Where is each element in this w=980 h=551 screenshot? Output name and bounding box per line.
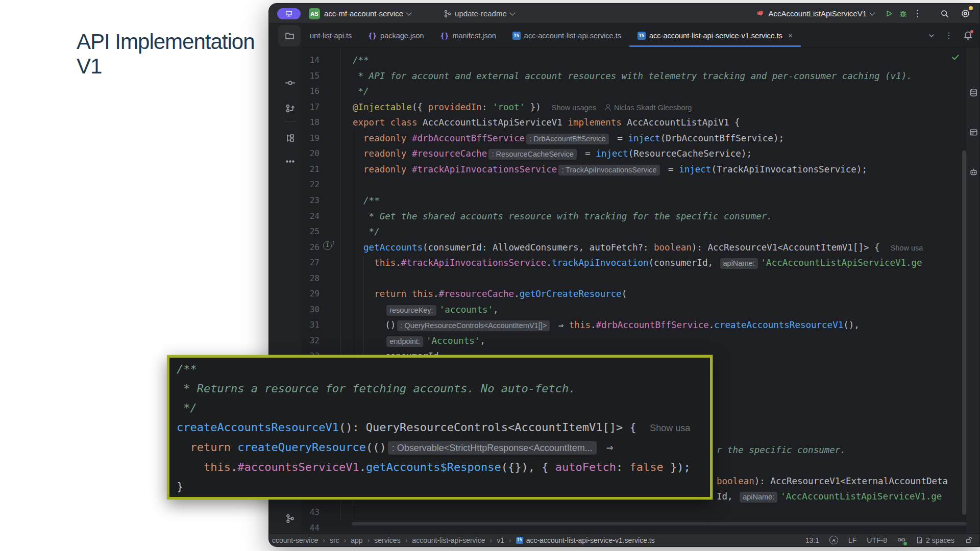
- json-file-icon: {}: [368, 32, 377, 40]
- line-number-17: 17: [289, 99, 320, 115]
- readonly-toggle-widget[interactable]: [965, 536, 972, 544]
- ai-assistant-tool-window-button[interactable]: [968, 167, 978, 177]
- close-icon[interactable]: ×: [788, 31, 793, 40]
- status-bar: ccount-service›src›app›services›account-…: [269, 533, 979, 546]
- remote-dev-widget[interactable]: [277, 8, 301, 19]
- callout-line-3: */: [177, 398, 710, 418]
- line-number-24: 24: [289, 209, 320, 224]
- tab-unt-list-api.ts[interactable]: unt-list-api.ts: [302, 24, 360, 47]
- play-icon: [885, 9, 893, 18]
- file-gear-icon: [916, 536, 923, 544]
- tab-options-kebab-icon[interactable]: ⋮: [945, 31, 953, 40]
- caret-position-widget[interactable]: 13:1: [805, 536, 819, 544]
- vertical-scrollbar[interactable]: [962, 151, 966, 515]
- run-configuration-widget[interactable]: AccAccountListApiServiceV1: [756, 9, 874, 18]
- bug-icon: [899, 9, 908, 18]
- callout-code: /** * Returns a resource for fetching ac…: [177, 360, 710, 496]
- database-tool-window-button[interactable]: [968, 87, 978, 97]
- tab-label: acc-account-list-api-service-v1.service.…: [649, 32, 782, 40]
- code-line-32: endpoint:'Accounts',: [353, 333, 485, 349]
- build-tool-window-button[interactable]: [968, 127, 978, 137]
- typescript-file-icon: TS: [638, 32, 646, 40]
- tab-acc-account-list-api-service-v1.service.ts[interactable]: TSacc-account-list-api-service-v1.servic…: [629, 24, 801, 47]
- breadcrumb-separator: ›: [323, 536, 325, 544]
- breadcrumb-v1[interactable]: v1: [497, 536, 504, 544]
- search-everywhere-button[interactable]: [938, 7, 952, 21]
- code-line-16: */: [353, 84, 369, 99]
- breadcrumb-separator: ›: [344, 536, 347, 544]
- typescript-file-icon: TS: [512, 32, 521, 40]
- project-widget[interactable]: acc-mf-account-service: [324, 9, 411, 18]
- code-fragment-39: r the specific consumer.: [717, 442, 846, 458]
- copilot-status-widget[interactable]: [897, 536, 905, 544]
- run-button[interactable]: [881, 7, 896, 21]
- tab-bar-actions: ⋮: [927, 24, 979, 47]
- typescript-file-icon: TS: [516, 537, 523, 544]
- callout-line-1: /**: [177, 360, 710, 379]
- right-tool-stripe: [966, 47, 979, 533]
- horizontal-scrollbar[interactable]: [352, 522, 978, 525]
- breadcrumbs: ccount-service›src›app›services›account-…: [272, 536, 795, 544]
- run-configuration-icon: [756, 9, 765, 18]
- chevron-down-icon: [406, 10, 411, 15]
- breadcrumb-file[interactable]: TSacc-account-list-api-service-v1.servic…: [516, 536, 655, 544]
- tab-label: manifest.json: [452, 32, 496, 40]
- chevron-down-icon: [869, 10, 875, 15]
- line-number-25: 25: [289, 224, 320, 240]
- debug-button[interactable]: [896, 7, 910, 21]
- settings-notification-dot: [969, 6, 973, 10]
- more-actions-button[interactable]: ⋮: [910, 7, 924, 21]
- ai-assistant-icon: [969, 168, 978, 177]
- monitor-icon: [285, 10, 292, 17]
- callout-line-5: return createQueryResource((): Observabl…: [177, 438, 710, 458]
- code-line-25: */: [353, 224, 380, 240]
- inspections-ok-widget[interactable]: [951, 53, 960, 62]
- indent-widget[interactable]: 2 spaces: [916, 536, 954, 544]
- breadcrumb-services[interactable]: services: [374, 536, 400, 544]
- tabs-container: unt-list-api.ts{}package.json{}manifest.…: [302, 24, 801, 47]
- breadcrumb-src[interactable]: src: [330, 536, 339, 544]
- chevron-down-icon[interactable]: [927, 32, 936, 40]
- line-number-16: 16: [289, 84, 320, 99]
- encoding-widget[interactable]: UTF-8: [867, 536, 887, 544]
- project-badge: AS: [309, 8, 320, 19]
- override-up-arrow-icon[interactable]: ↑: [332, 239, 335, 246]
- project-tool-window-button[interactable]: [278, 25, 301, 46]
- page-title-line-2: V1: [77, 54, 255, 79]
- breadcrumb-ccount-service[interactable]: ccount-service: [272, 536, 318, 544]
- tab-package.json[interactable]: {}package.json: [360, 24, 432, 47]
- line-ending-widget[interactable]: LF: [848, 536, 856, 544]
- tab-manifest.json[interactable]: {}manifest.json: [432, 24, 504, 47]
- line-number-23: 23: [289, 193, 320, 209]
- line-number-14: 14: [289, 53, 320, 68]
- json-file-icon: {}: [440, 32, 449, 40]
- code-line-18: export class AccAccountListApiServiceV1 …: [353, 115, 740, 131]
- kebab-icon: ⋮: [913, 8, 922, 19]
- tab-acc-account-list-api.service.ts[interactable]: TSacc-account-list-api.service.ts: [504, 24, 629, 47]
- active-tab-underline: [629, 45, 801, 47]
- code-line-24: * Get the shared accounts resource with …: [353, 209, 772, 224]
- git-branch-icon: [444, 10, 452, 18]
- unlocked-padlock-icon: [965, 536, 972, 544]
- breadcrumb-app[interactable]: app: [351, 536, 362, 544]
- code-line-23: /**: [353, 193, 380, 209]
- callout-line-6: this.#accountsServiceV1.getAccounts$Resp…: [177, 458, 710, 477]
- folder-icon: [285, 31, 295, 41]
- code-fragment-42: Id, apiName:'AccAccountListApiServiceV1.…: [717, 489, 942, 505]
- line-number-31: 31: [289, 317, 320, 333]
- vcs-widget[interactable]: update-readme: [444, 9, 514, 18]
- notifications-button[interactable]: [962, 30, 973, 41]
- code-line-31: (): QueryResourceControls<AccountItemV1[…: [353, 317, 860, 334]
- breadcrumb-account-list-api-service[interactable]: account-list-api-service: [412, 536, 485, 544]
- implements-gutter-icon[interactable]: I: [323, 241, 332, 250]
- callout-line-7: }: [177, 477, 710, 496]
- settings-button[interactable]: [958, 7, 972, 21]
- line-number-27: 27: [289, 255, 320, 271]
- assistant-status-widget[interactable]: A: [829, 536, 838, 544]
- line-number-32: 32: [289, 333, 320, 349]
- line-number-43: 43: [289, 505, 320, 520]
- line-number-28: 28: [289, 271, 320, 287]
- ide-titlebar: AS acc-mf-account-service update-readme …: [269, 4, 979, 24]
- line-number-29: 29: [289, 286, 320, 302]
- code-line-20: readonly #resourceCache: ResourceCacheSe…: [353, 146, 752, 162]
